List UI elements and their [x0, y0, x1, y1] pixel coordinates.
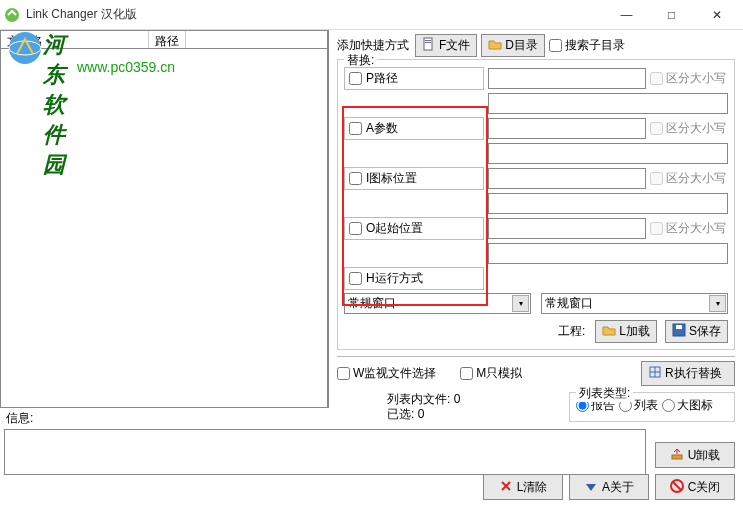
file-list-pane: 文件名 路径: [0, 30, 329, 408]
list-type-legend: 列表类型:: [576, 385, 633, 402]
add-dir-button[interactable]: D目录: [481, 34, 545, 57]
add-dir-label: D目录: [505, 37, 538, 54]
file-icon: [422, 37, 436, 54]
svg-rect-5: [425, 42, 431, 43]
svg-rect-3: [424, 38, 432, 50]
clear-button[interactable]: L清除: [483, 474, 563, 500]
runmode-field[interactable]: H运行方式: [344, 267, 484, 290]
window-title: Link Changer 汉化版: [26, 6, 604, 23]
start-to-input[interactable]: [488, 243, 728, 264]
svg-rect-7: [676, 325, 682, 329]
file-list[interactable]: [0, 49, 328, 408]
save-icon: [672, 323, 686, 340]
start-field[interactable]: O起始位置: [344, 217, 484, 240]
list-header: 文件名 路径: [0, 30, 328, 49]
start-case-checkbox: 区分大小写: [650, 220, 728, 237]
start-from-input[interactable]: [488, 218, 646, 239]
selected-count: 已选: 0: [387, 407, 569, 422]
path-field[interactable]: P路径: [344, 67, 484, 90]
about-button[interactable]: A关于: [569, 474, 649, 500]
unload-button[interactable]: U卸载: [655, 442, 735, 468]
icon-case-checkbox: 区分大小写: [650, 170, 728, 187]
window-controls: — □ ✕: [604, 1, 739, 29]
maximize-button[interactable]: □: [649, 1, 694, 29]
folder-icon: [488, 37, 502, 54]
runmode-to-combo[interactable]: 常规窗口▾: [541, 293, 728, 314]
chevron-down-icon: ▾: [512, 295, 529, 312]
about-icon: [584, 479, 598, 496]
args-case-checkbox: 区分大小写: [650, 120, 728, 137]
runmode-from-combo[interactable]: 常规窗口▾: [344, 293, 531, 314]
execute-replace-button[interactable]: R执行替换: [641, 361, 735, 386]
replace-group: 替换: P路径 区分大小写 A参数 区分大小写 I图标位置 区分大小写: [337, 59, 735, 350]
folder-open-icon: [602, 323, 616, 340]
watch-file-checkbox[interactable]: W监视文件选择: [337, 365, 436, 382]
unload-icon: [670, 447, 684, 464]
icon-field[interactable]: I图标位置: [344, 167, 484, 190]
args-from-input[interactable]: [488, 118, 646, 139]
minimize-button[interactable]: —: [604, 1, 649, 29]
simulate-checkbox[interactable]: M只模拟: [460, 365, 522, 382]
listed-count: 列表内文件: 0: [387, 392, 569, 407]
add-file-button[interactable]: F文件: [415, 34, 477, 57]
path-from-input[interactable]: [488, 68, 646, 89]
list-type-group: 列表类型: 报告 列表 大图标: [569, 392, 735, 422]
title-bar: Link Changer 汉化版 — □ ✕: [0, 0, 743, 30]
list-type-bigicon[interactable]: 大图标: [662, 397, 713, 414]
svg-rect-4: [425, 40, 431, 41]
path-case-checkbox: 区分大小写: [650, 70, 728, 87]
separator: [337, 356, 735, 357]
load-project-button[interactable]: L加载: [595, 320, 657, 343]
apply-icon: [648, 365, 662, 382]
search-subdir-checkbox[interactable]: 搜索子目录: [549, 37, 625, 54]
args-field[interactable]: A参数: [344, 117, 484, 140]
icon-from-input[interactable]: [488, 168, 646, 189]
args-to-input[interactable]: [488, 143, 728, 164]
close-icon: [670, 479, 684, 496]
path-to-input[interactable]: [488, 93, 728, 114]
clear-icon: [499, 479, 513, 496]
svg-rect-9: [672, 455, 682, 459]
project-label: 工程:: [558, 323, 585, 340]
icon-to-input[interactable]: [488, 193, 728, 214]
save-project-button[interactable]: S保存: [665, 320, 728, 343]
chevron-down-icon: ▾: [709, 295, 726, 312]
column-filename[interactable]: 文件名: [1, 31, 149, 48]
stats: 列表内文件: 0 已选: 0: [337, 392, 569, 422]
close-button[interactable]: C关闭: [655, 474, 735, 500]
add-file-label: F文件: [439, 37, 470, 54]
column-path[interactable]: 路径: [149, 31, 186, 48]
app-icon: [4, 7, 20, 23]
close-window-button[interactable]: ✕: [694, 1, 739, 29]
